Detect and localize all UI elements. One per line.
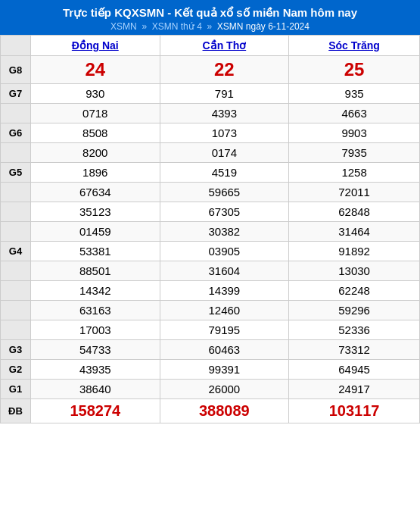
cell-can-tho: 99391	[160, 360, 289, 380]
table-row: G6850810739903	[1, 123, 420, 143]
row-label: G6	[1, 123, 31, 143]
row-label: G5	[1, 163, 31, 183]
cell-can-tho: 03905	[160, 242, 289, 261]
cell-soc-trang: 52336	[289, 320, 420, 340]
cell-can-tho: 26000	[160, 380, 289, 399]
table-row: 631631246059296	[1, 301, 420, 320]
cell-soc-trang: 59296	[289, 301, 420, 320]
cell-soc-trang: 1258	[289, 163, 420, 183]
col-header-0	[1, 36, 31, 56]
breadcrumb: XSMN » XSMN thứ 4 » XSMN ngày 6-11-2024	[3, 21, 417, 32]
cell-can-tho: 31604	[160, 261, 289, 281]
cell-soc-trang: 24917	[289, 380, 420, 399]
row-label	[1, 143, 31, 163]
row-label: G8	[1, 56, 31, 84]
row-label	[1, 202, 31, 222]
page-title: Trực tiếp KQXSMN - Kết quả xổ số miền Na…	[3, 6, 417, 20]
row-label: ĐB	[1, 399, 31, 423]
cell-soc-trang: 7935	[289, 143, 420, 163]
table-row: 014593038231464	[1, 222, 420, 242]
cell-dong-nai: 54733	[31, 340, 160, 360]
col-header-can-tho: Cần Thơ	[160, 36, 289, 56]
row-label	[1, 320, 31, 340]
cell-soc-trang: 62848	[289, 202, 420, 222]
cell-soc-trang: 13030	[289, 261, 420, 281]
cell-can-tho: 14399	[160, 281, 289, 301]
cell-can-tho: 59665	[160, 183, 289, 202]
table-row: 351236730562848	[1, 202, 420, 222]
cell-soc-trang: 4663	[289, 104, 420, 123]
cell-soc-trang: 62248	[289, 281, 420, 301]
table-row: G1386402600024917	[1, 380, 420, 399]
table-row: 170037919552336	[1, 320, 420, 340]
row-label	[1, 222, 31, 242]
row-label: G1	[1, 380, 31, 399]
cell-dong-nai: 01459	[31, 222, 160, 242]
cell-dong-nai: 930	[31, 84, 160, 104]
cell-soc-trang: 31464	[289, 222, 420, 242]
cell-dong-nai: 24	[31, 56, 160, 84]
cell-can-tho: 30382	[160, 222, 289, 242]
cell-can-tho: 1073	[160, 123, 289, 143]
row-label: G3	[1, 340, 31, 360]
cell-soc-trang: 72011	[289, 183, 420, 202]
results-table: Đồng Nai Cần Thơ Sóc Trăng G8242225G7930…	[0, 35, 420, 423]
cell-can-tho: 79195	[160, 320, 289, 340]
cell-can-tho: 791	[160, 84, 289, 104]
cell-dong-nai: 67634	[31, 183, 160, 202]
cell-can-tho: 4519	[160, 163, 289, 183]
table-row: 071843934663	[1, 104, 420, 123]
cell-can-tho: 60463	[160, 340, 289, 360]
table-row: 143421439962248	[1, 281, 420, 301]
cell-dong-nai: 14342	[31, 281, 160, 301]
cell-dong-nai: 8508	[31, 123, 160, 143]
table-row: 676345966572011	[1, 183, 420, 202]
cell-dong-nai: 1896	[31, 163, 160, 183]
table-row: G7930791935	[1, 84, 420, 104]
row-label	[1, 301, 31, 320]
cell-can-tho: 22	[160, 56, 289, 84]
table-row: G5189645191258	[1, 163, 420, 183]
cell-can-tho: 4393	[160, 104, 289, 123]
table-row: 820001747935	[1, 143, 420, 163]
col-header-soc-trang: Sóc Trăng	[289, 36, 420, 56]
row-label	[1, 281, 31, 301]
cell-dong-nai: 8200	[31, 143, 160, 163]
cell-soc-trang: 73312	[289, 340, 420, 360]
cell-dong-nai: 17003	[31, 320, 160, 340]
cell-soc-trang: 64945	[289, 360, 420, 380]
cell-dong-nai: 38640	[31, 380, 160, 399]
nav-link-1[interactable]: XSMN	[110, 21, 137, 32]
header: Trực tiếp KQXSMN - Kết quả xổ số miền Na…	[0, 0, 420, 35]
cell-can-tho: 388089	[160, 399, 289, 423]
cell-dong-nai: 63163	[31, 301, 160, 320]
table-row: G3547336046373312	[1, 340, 420, 360]
table-row: 885013160413030	[1, 261, 420, 281]
nav-link-2[interactable]: XSMN thứ 4	[152, 21, 202, 32]
row-label: G4	[1, 242, 31, 261]
cell-soc-trang: 91892	[289, 242, 420, 261]
cell-soc-trang: 25	[289, 56, 420, 84]
cell-dong-nai: 0718	[31, 104, 160, 123]
row-label: G2	[1, 360, 31, 380]
row-label	[1, 261, 31, 281]
table-row: G4533810390591892	[1, 242, 420, 261]
table-row: G8242225	[1, 56, 420, 84]
cell-dong-nai: 53381	[31, 242, 160, 261]
cell-can-tho: 12460	[160, 301, 289, 320]
cell-dong-nai: 158274	[31, 399, 160, 423]
table-row: G2439359939164945	[1, 360, 420, 380]
cell-soc-trang: 935	[289, 84, 420, 104]
row-label	[1, 183, 31, 202]
row-label: G7	[1, 84, 31, 104]
cell-soc-trang: 9903	[289, 123, 420, 143]
table-row: ĐB158274388089103117	[1, 399, 420, 423]
nav-current: XSMN ngày 6-11-2024	[217, 21, 310, 32]
cell-can-tho: 67305	[160, 202, 289, 222]
row-label	[1, 104, 31, 123]
cell-dong-nai: 88501	[31, 261, 160, 281]
cell-soc-trang: 103117	[289, 399, 420, 423]
cell-can-tho: 0174	[160, 143, 289, 163]
col-header-dong-nai: Đồng Nai	[31, 36, 160, 56]
cell-dong-nai: 35123	[31, 202, 160, 222]
